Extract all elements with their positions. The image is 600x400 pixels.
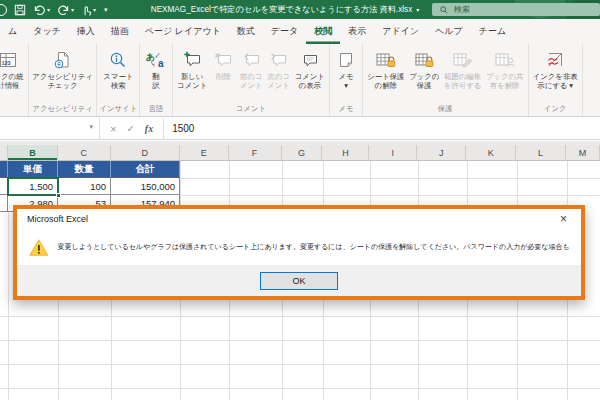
table-header-cell[interactable]: 数量 [58, 161, 111, 178]
tab-review[interactable]: 校閲 [306, 19, 340, 44]
ribbon-button-label: メモ [338, 72, 353, 81]
svg-text:a: a [158, 58, 164, 69]
unprotect-sheet-icon [376, 48, 396, 72]
tab-formulas[interactable]: 数式 [229, 19, 263, 44]
customize-qat-icon[interactable]: ▾ [103, 0, 108, 19]
column-header-H[interactable]: H [322, 145, 369, 160]
previous-comment-icon [242, 48, 261, 72]
table-header-row: 単価数量合計 [0, 161, 180, 178]
gridline [0, 316, 600, 317]
ribbon-button-label: 保護 [417, 81, 432, 90]
enter-icon[interactable]: ✓ [126, 123, 134, 134]
close-icon[interactable]: × [556, 209, 571, 229]
selected-cell-border[interactable] [7, 177, 59, 196]
column-header-K[interactable]: K [466, 145, 516, 160]
formula-bar: ▾ × ✓ fx 1500 [0, 118, 600, 140]
table-header-cell[interactable]: 合計 [111, 161, 180, 178]
ribbon-button-label: ▾ [344, 81, 348, 90]
ribbon-button-delete-comment: 削除 [210, 48, 238, 81]
ribbon-group-label: インサイト [99, 103, 137, 116]
ribbon-button-allow-edit-ranges: 範囲の編集を許可する [442, 48, 484, 90]
next-comment-icon [269, 48, 288, 72]
title-dropdown-icon[interactable]: ▾ [416, 7, 419, 13]
tab-team[interactable]: チーム [471, 19, 514, 44]
ribbon-button-label: 範囲の編集 [444, 72, 481, 81]
column-header-J[interactable]: J [417, 145, 466, 160]
name-box-dropdown-icon[interactable]: ▾ [89, 123, 93, 131]
touch-mode-icon[interactable]: ▾ [81, 0, 96, 19]
name-box[interactable]: ▾ [0, 118, 100, 139]
column-header-B[interactable]: B [8, 145, 58, 160]
tab-addins[interactable]: アドイン [374, 19, 427, 44]
tab-page-layout[interactable]: ページ レイアウト [137, 19, 229, 44]
ribbon-group-buttons: スマート検索 [99, 44, 137, 103]
dialog-footer: OK [17, 265, 581, 296]
column-header-C[interactable]: C [58, 145, 111, 160]
ribbon-group-notes: メモ ▾メモ [330, 44, 363, 116]
search-box[interactable]: 検索 [432, 3, 600, 16]
ribbon-button-new-comment[interactable]: 新しいコメント [175, 48, 210, 90]
ribbon: 123ックの統計情報アクセシビリティチェックアクセシビリティスマート検索インサイ… [0, 44, 600, 117]
table-cell[interactable]: 100 [58, 178, 111, 195]
formula-input[interactable]: 1500 [164, 123, 600, 134]
tab-draw[interactable]: 描画 [103, 19, 137, 44]
ribbon-button-accessibility-check[interactable]: アクセシビリティチェック [31, 48, 95, 90]
ribbon-button-show-comments[interactable]: コメントの表示 [292, 48, 327, 90]
column-header-D[interactable]: D [111, 145, 180, 160]
ribbon-button-label: コメント [177, 81, 207, 90]
ribbon-button-label: 新しい [181, 72, 204, 81]
ribbon-group-protect: シート保護の解除ブックの保護範囲の編集を許可するブックの共有を解除保護 [363, 44, 529, 116]
column-header-G[interactable]: G [282, 145, 323, 160]
ribbon-group-buttons: アクセシビリティチェック [31, 44, 95, 103]
column-header-M[interactable]: M [566, 145, 600, 160]
table-cell[interactable] [0, 161, 8, 178]
ribbon-button-workbook-statistics[interactable]: 123ックの統計情報 [0, 48, 26, 90]
column-header-L[interactable]: L [516, 145, 566, 160]
delete-comment-icon [214, 48, 233, 72]
smart-lookup-icon [109, 48, 127, 72]
show-comments-icon [300, 48, 319, 72]
tab-home-partial[interactable]: ム [0, 19, 25, 44]
ribbon-group-buttons: 123ックの統計情報 [0, 44, 26, 103]
save-icon[interactable] [14, 0, 26, 19]
undo-icon[interactable]: ▾ [33, 0, 50, 19]
ribbon-button-label: 削除 [216, 72, 231, 81]
document-title: NEXMAG_Excelで特定のセルを変更できないようにする方法 資料.xlsx… [140, 4, 430, 15]
autosave-icon[interactable] [0, 0, 7, 19]
ribbon-button-hide-ink[interactable]: インクを非表示にする ▾ [531, 48, 580, 90]
tab-insert[interactable]: 挿入 [69, 19, 103, 44]
column-header-E[interactable]: E [180, 145, 229, 160]
redo-icon[interactable]: ▾ [57, 0, 74, 19]
table-cell[interactable]: 150,000 [111, 178, 180, 195]
protect-workbook-icon [414, 48, 434, 72]
fill-handle[interactable] [56, 193, 61, 198]
ribbon-button-label: インクを非表 [533, 72, 578, 81]
column-header-I[interactable]: I [369, 145, 417, 160]
tab-view[interactable]: 表示 [340, 19, 374, 44]
tab-data[interactable]: データ [263, 19, 306, 44]
ribbon-button-unprotect-sheet[interactable]: シート保護の解除 [365, 48, 407, 90]
ok-button[interactable]: OK [260, 272, 338, 290]
ribbon-group-label: アクセシビリティ [31, 103, 95, 116]
cancel-icon[interactable]: × [110, 123, 116, 135]
ribbon-button-label: 前のコ [240, 72, 263, 81]
tab-help[interactable]: ヘルプ [427, 19, 471, 44]
column-header-F[interactable]: F [229, 145, 282, 160]
column-header-A-partial[interactable] [0, 145, 8, 160]
ribbon-button-next-comment: 次のコメント [265, 48, 293, 90]
table-cell[interactable] [0, 195, 8, 212]
insert-function-icon[interactable]: fx [145, 123, 153, 134]
ribbon-button-label: コメント [295, 72, 325, 81]
ribbon-button-label: を許可する [444, 81, 481, 90]
tab-touch[interactable]: タッチ [25, 19, 69, 44]
ribbon-button-notes[interactable]: メモ ▾ [332, 48, 360, 90]
ribbon-button-translate[interactable]: あa翻訳 [142, 48, 170, 90]
workbook-statistics-icon: 123 [0, 48, 18, 72]
gridline [0, 388, 600, 389]
dialog-titlebar: Microsoft Excel × [17, 209, 581, 229]
ribbon-group-label: 言語 [142, 103, 170, 116]
ribbon-button-protect-workbook[interactable]: ブックの保護 [407, 48, 442, 90]
ribbon-button-smart-lookup[interactable]: スマート検索 [101, 48, 136, 90]
svg-text:123: 123 [1, 60, 10, 66]
table-header-cell[interactable]: 単価 [8, 161, 58, 178]
